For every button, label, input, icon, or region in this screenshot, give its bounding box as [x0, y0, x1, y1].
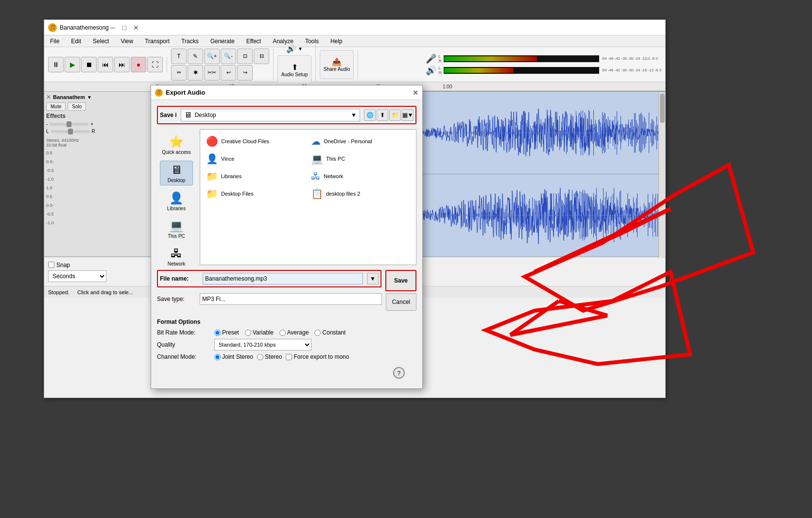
menu-effect[interactable]: Effect — [244, 37, 263, 46]
joint-stereo-radio[interactable] — [214, 354, 221, 360]
help-button[interactable]: ? — [393, 367, 405, 379]
quality-label: Quality — [157, 341, 210, 348]
constant-radio[interactable] — [314, 330, 321, 336]
onedrive-label: OneDrive - Personal — [324, 138, 372, 144]
tool-star[interactable]: ✱ — [188, 65, 203, 81]
creative-cloud-label: Creative Cloud Files — [221, 138, 269, 144]
average-radio-label[interactable]: Average — [279, 329, 309, 336]
file-creative-cloud[interactable]: 🔴 Creative Cloud Files — [204, 134, 307, 149]
menu-view[interactable]: View — [119, 37, 135, 46]
joint-stereo-label[interactable]: Joint Stereo — [214, 353, 253, 360]
tool-selection[interactable]: T — [171, 49, 187, 64]
track-controls: ✕ Bananathem ▼ Mute Solo Effects - + L — [44, 92, 156, 256]
save-button[interactable]: Save — [385, 270, 416, 291]
volume-group: 🔊 ▼ ⬆ Audio Setup — [277, 44, 316, 84]
save-in-dropdown[interactable]: 🖥 Desktop ▼ — [181, 109, 360, 121]
variable-radio-label[interactable]: Variable — [245, 329, 274, 336]
skip-start-button[interactable]: ⏮ — [98, 57, 113, 72]
file-onedrive[interactable]: ☁ OneDrive - Personal — [309, 134, 412, 149]
seconds-dropdown[interactable]: Seconds — [48, 270, 106, 282]
menu-select[interactable]: Select — [91, 37, 111, 46]
menu-tracks[interactable]: Tracks — [179, 37, 201, 46]
menu-help[interactable]: Help — [328, 37, 345, 46]
quality-row: Quality Standard, 170-210 kbps — [157, 339, 416, 351]
play-button[interactable]: ▶ — [65, 57, 80, 72]
force-mono-label[interactable]: Force export to mono — [286, 353, 349, 360]
nav-this-pc[interactable]: 💻 This PC — [160, 217, 193, 241]
tool-zoom-out[interactable]: 🔍- — [221, 49, 236, 64]
audio-setup-button[interactable]: ⬆ Audio Setup — [277, 55, 311, 84]
file-this-pc[interactable]: 💻 This PC — [309, 151, 412, 167]
gain-handle[interactable] — [67, 121, 71, 127]
track-menu-button[interactable]: ▼ — [87, 95, 92, 100]
gain-slider: - + — [46, 121, 154, 127]
filename-section: File name: ▼ Save — [157, 270, 416, 291]
tool-zoom-in[interactable]: 🔍+ — [204, 49, 220, 64]
snap-checkbox[interactable] — [48, 262, 54, 268]
menu-generate[interactable]: Generate — [208, 37, 237, 46]
tool-trim[interactable]: ✂✂ — [204, 65, 220, 81]
close-button[interactable]: ✕ — [132, 24, 140, 32]
share-audio-button[interactable]: 📤 Share Audio — [320, 50, 354, 79]
nav-libraries[interactable]: 👤 Libraries — [160, 189, 193, 213]
nav-network[interactable]: 🖧 Network — [160, 245, 193, 268]
stereo-radio[interactable] — [257, 354, 263, 360]
vertical-scrollbar[interactable] — [658, 93, 665, 258]
stereo-label[interactable]: Stereo — [257, 353, 282, 360]
dialog-body: Save i 🖥 Desktop ▼ 🌐 ⬆ 📁 ▦▼ ⭐ Quick acce… — [151, 100, 422, 318]
constant-radio-label[interactable]: Constant — [314, 329, 346, 336]
tool-zoom-fit[interactable]: ⊡ — [237, 49, 253, 64]
nav-quick-access[interactable]: ⭐ Quick access — [160, 133, 193, 157]
dialog-close-button[interactable]: ✕ — [413, 89, 418, 97]
preset-radio[interactable] — [214, 330, 221, 336]
new-folder-button[interactable]: 📁 — [389, 109, 401, 121]
minimize-button[interactable]: ─ — [109, 24, 117, 32]
stop-button[interactable]: ⏹ — [81, 57, 97, 72]
skip-end-button[interactable]: ⏭ — [114, 57, 130, 72]
menu-file[interactable]: File — [48, 37, 61, 46]
file-network[interactable]: 🖧 Network — [309, 168, 412, 184]
cancel-button[interactable]: Cancel — [386, 293, 416, 311]
format-options: Format Options Bit Rate Mode: Preset Var… — [151, 318, 422, 388]
network-nav-icon: 🖧 — [171, 247, 182, 260]
up-folder-button[interactable]: ⬆ — [377, 109, 388, 121]
force-mono-checkbox[interactable] — [286, 354, 292, 360]
creative-cloud-icon: 🔴 — [206, 135, 218, 147]
pan-handle[interactable] — [68, 129, 73, 134]
quality-dropdown[interactable]: Standard, 170-210 kbps — [214, 339, 311, 351]
libraries-file-icon: 📁 — [206, 170, 218, 182]
tool-pencil[interactable]: ✏ — [171, 65, 187, 81]
nav-desktop[interactable]: 🖥 Desktop — [160, 161, 193, 185]
this-pc-file-label: This PC — [326, 156, 345, 162]
track-close-button[interactable]: ✕ — [46, 94, 51, 100]
average-radio[interactable] — [279, 330, 286, 336]
file-desktop-files[interactable]: 📁 Desktop Files — [204, 186, 307, 201]
view-options-button[interactable]: ▦▼ — [402, 109, 414, 121]
globe-button[interactable]: 🌐 — [364, 109, 376, 121]
variable-radio[interactable] — [245, 330, 251, 336]
window-title: Bananathemesong — [60, 24, 109, 31]
filename-input[interactable] — [203, 273, 363, 284]
solo-button[interactable]: Solo — [68, 102, 86, 111]
record-button[interactable]: ● — [131, 57, 146, 72]
file-vince[interactable]: 👤 Vince — [204, 151, 307, 167]
savetype-input[interactable] — [200, 293, 382, 305]
filename-dropdown-button[interactable]: ▼ — [367, 273, 379, 284]
file-libraries[interactable]: 📁 Libraries — [204, 168, 307, 184]
pause-button[interactable]: ⏸ — [48, 57, 64, 72]
file-desktop-files-2[interactable]: 📋 desktop files 2 — [309, 186, 412, 201]
scrollbar-thumb[interactable] — [660, 94, 665, 123]
mute-button[interactable]: Mute — [46, 102, 66, 111]
maximize-button[interactable]: □ — [121, 24, 128, 32]
save-location-text: Desktop — [195, 112, 216, 118]
tool-undo[interactable]: ↩ — [221, 65, 236, 81]
menu-edit[interactable]: Edit — [69, 37, 83, 46]
tool-draw[interactable]: ✎ — [188, 49, 203, 64]
tool-redo[interactable]: ↪ — [237, 65, 253, 81]
preset-radio-label[interactable]: Preset — [214, 329, 239, 336]
tool-zoom-other[interactable]: ⊟ — [254, 49, 269, 64]
loop-button[interactable]: ⛶ — [147, 57, 163, 72]
status-hint: Click and drag to sele... — [77, 289, 133, 295]
filename-label: File name: — [160, 275, 199, 282]
menu-transport[interactable]: Transport — [143, 37, 172, 46]
